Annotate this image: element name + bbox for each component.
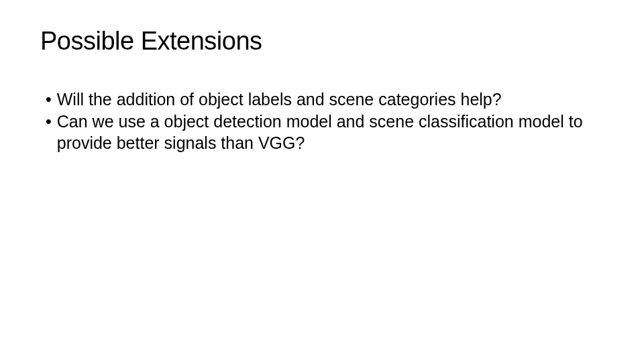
slide-title: Possible Extensions <box>40 27 604 56</box>
bullet-list: • Will the addition of object labels and… <box>40 89 604 154</box>
bullet-text: Will the addition of object labels and s… <box>57 89 604 110</box>
bullet-icon: • <box>46 89 52 110</box>
list-item: • Will the addition of object labels and… <box>46 89 604 110</box>
list-item: • Can we use a object detection model an… <box>46 111 604 154</box>
bullet-icon: • <box>46 111 52 132</box>
bullet-text: Can we use a object detection model and … <box>57 111 604 154</box>
